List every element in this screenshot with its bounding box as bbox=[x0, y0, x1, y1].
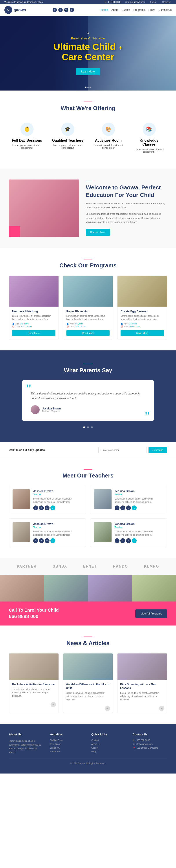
teacher-twitter-2[interactable]: t bbox=[115, 505, 119, 510]
nav-home[interactable]: Home bbox=[101, 8, 108, 11]
teacher-facebook-3[interactable]: f bbox=[39, 538, 44, 543]
testimonial-dot-2[interactable] bbox=[87, 426, 89, 428]
teacher-web-2[interactable]: w bbox=[132, 505, 137, 510]
hero-subtitle: Enroll Your Childs Now bbox=[54, 37, 122, 40]
gallery-item-3[interactable] bbox=[88, 575, 132, 601]
teacher-web-1[interactable]: w bbox=[50, 505, 55, 510]
program-img-2 bbox=[63, 276, 113, 307]
teacher-web-3[interactable]: w bbox=[50, 538, 55, 543]
footer-link-contact[interactable]: Contact bbox=[91, 739, 126, 742]
footer-activity-2[interactable]: Play Group bbox=[50, 743, 85, 745]
offer-item-3: 🎨 Activities Room Lorem ipsum dolor sit … bbox=[90, 118, 127, 157]
teacher-instagram-3[interactable]: in bbox=[45, 538, 49, 543]
teacher-twitter-4[interactable]: t bbox=[115, 538, 119, 543]
dot-3[interactable] bbox=[90, 87, 91, 88]
teacher-twitter-1[interactable]: t bbox=[33, 505, 38, 510]
teacher-facebook-4[interactable]: f bbox=[120, 538, 125, 543]
teacher-instagram-2[interactable]: in bbox=[126, 505, 131, 510]
teacher-desc-3: Lorem ipsum dolor sit amet consectetur a… bbox=[33, 530, 82, 536]
gallery-item-2[interactable] bbox=[44, 575, 88, 601]
partner-5: KLMNO bbox=[144, 564, 159, 568]
news-arrow-btn-3[interactable]: → bbox=[159, 706, 164, 711]
teacher-instagram-4[interactable]: in bbox=[126, 538, 131, 543]
teacher-instagram-1[interactable]: in bbox=[45, 505, 49, 510]
teacher-card-2: Jessica Brown Teacher Lorem ipsum dolor … bbox=[90, 486, 167, 514]
footer-link-about[interactable]: About Us bbox=[91, 743, 126, 745]
nav-social: 𝕏 f 📷 G+ bbox=[52, 8, 74, 12]
nav-news[interactable]: News bbox=[148, 8, 155, 11]
testimonial-dot-3[interactable] bbox=[91, 426, 93, 428]
teacher-name-4: Jessica Brown bbox=[115, 522, 164, 526]
nav-about[interactable]: About bbox=[111, 8, 118, 11]
teacher-web-4[interactable]: w bbox=[132, 538, 137, 543]
instagram-icon[interactable]: 📷 bbox=[64, 8, 68, 12]
teacher-twitter-3[interactable]: t bbox=[33, 538, 38, 543]
teacher-role-2: Teacher bbox=[115, 493, 164, 496]
teacher-facebook-2[interactable]: f bbox=[120, 505, 125, 510]
teachers-title: Meet Our Teachers bbox=[9, 472, 167, 479]
teacher-desc-4: Lorem ipsum dolor sit amet consectetur a… bbox=[115, 530, 164, 536]
newsletter-input[interactable] bbox=[98, 447, 147, 453]
register-link[interactable]: Register bbox=[162, 1, 171, 3]
newsletter-button[interactable]: Subscribe bbox=[148, 447, 167, 453]
footer-link-blog[interactable]: Blog bbox=[91, 750, 126, 753]
nav-programs[interactable]: Programs bbox=[134, 8, 145, 11]
googleplus-icon[interactable]: G+ bbox=[70, 8, 74, 12]
author-title: Mother of 3 years bbox=[42, 410, 61, 412]
program-card-2: Paper Plates Art Lorem ipsum dolor sit a… bbox=[63, 276, 113, 339]
news-accent-line bbox=[83, 637, 93, 637]
footer-activity-1[interactable]: Toddler Class bbox=[50, 739, 85, 742]
program-card-3: Create Egg Cartoon Lorem ipsum dolor sit… bbox=[117, 276, 167, 339]
news-card-1: The Indoor Activities for Everyone Lorem… bbox=[9, 653, 59, 713]
twitter-icon[interactable]: 𝕏 bbox=[52, 8, 57, 12]
news-body-1: The Indoor Activities for Everyone Lorem… bbox=[9, 680, 59, 700]
testimonial-author: Jessica Brown Mother of 3 years bbox=[31, 405, 145, 414]
testimonial-card: " This is due to their excellent service… bbox=[22, 380, 154, 421]
teacher-desc-1: Lorem ipsum dolor sit amet consectetur a… bbox=[33, 497, 82, 504]
teacher-info-3: Jessica Brown Teacher Lorem ipsum dolor … bbox=[33, 522, 82, 543]
offer-section: What We're Offering 👶 Full Day Sessions … bbox=[0, 91, 176, 168]
author-name: Jessica Brown bbox=[42, 407, 61, 410]
hero-cta-button[interactable]: Learn More bbox=[76, 68, 100, 75]
program-body-3: Create Egg Cartoon Lorem ipsum dolor sit… bbox=[117, 307, 167, 339]
program-readmore-2[interactable]: Read More bbox=[66, 330, 110, 336]
footer-activity-4[interactable]: Senior KG bbox=[50, 750, 85, 753]
gallery-item-1[interactable] bbox=[0, 575, 44, 601]
news-desc-1: Lorem ipsum dolor sit amet consectetur a… bbox=[12, 688, 56, 698]
program-img-1 bbox=[9, 276, 59, 307]
teacher-avatar-2 bbox=[94, 489, 111, 509]
offer-label-1: Full Day Sessions bbox=[12, 138, 42, 142]
nav-links: Home About Events Programs News Contact … bbox=[101, 8, 172, 11]
welcome-image bbox=[9, 180, 79, 237]
testimonial-dot-1[interactable] bbox=[83, 426, 85, 428]
login-link[interactable]: Login bbox=[150, 1, 155, 3]
footer-link-gallery[interactable]: Gallery bbox=[91, 747, 126, 749]
discover-button[interactable]: Discover More bbox=[86, 228, 110, 236]
footer-contact-title: Contact Us bbox=[133, 733, 168, 736]
news-arrow-btn-2[interactable]: → bbox=[105, 706, 110, 711]
program-card-1: Numbers Matching Lorem ipsum dolor sit a… bbox=[9, 276, 59, 339]
program-desc-2: Lorem ipsum dolor sit amet consectetur h… bbox=[66, 314, 110, 321]
dot-2[interactable] bbox=[87, 87, 89, 88]
program-readmore-3[interactable]: Read More bbox=[120, 330, 164, 336]
nav-contact[interactable]: Contact Us bbox=[159, 8, 172, 11]
gallery-item-4[interactable] bbox=[132, 575, 176, 601]
news-arrow-btn-1[interactable]: → bbox=[50, 702, 56, 707]
nav-events[interactable]: Events bbox=[122, 8, 130, 11]
program-age-3: 👤 Age: 2-5 years bbox=[120, 323, 164, 325]
logo-icon: G bbox=[4, 6, 12, 14]
facebook-icon[interactable]: f bbox=[58, 8, 63, 12]
teacher-info-1: Jessica Brown Teacher Lorem ipsum dolor … bbox=[33, 489, 82, 510]
offer-item-4: 📚 Knowledge Classes Lorem ipsum dolor si… bbox=[131, 118, 167, 157]
cta-button[interactable]: View All Programs bbox=[135, 610, 167, 618]
news-arrow-1: → bbox=[9, 700, 59, 709]
footer-activity-3[interactable]: Junior KG bbox=[50, 747, 85, 749]
author-info: Jessica Brown Mother of 3 years bbox=[42, 407, 61, 412]
teacher-facebook-1[interactable]: f bbox=[39, 505, 44, 510]
teacher-card-3: Jessica Brown Teacher Lorem ipsum dolor … bbox=[9, 519, 86, 547]
welcome-title: Welcome to Gaowa, Perfect Education For … bbox=[86, 184, 167, 199]
teacher-role-1: Teacher bbox=[33, 493, 82, 496]
program-readmore-1[interactable]: Read More bbox=[12, 330, 56, 336]
partners-section: PARTNER SBNSX EFNET RANDO KLMNO bbox=[0, 558, 176, 575]
dot-1[interactable] bbox=[85, 87, 86, 88]
